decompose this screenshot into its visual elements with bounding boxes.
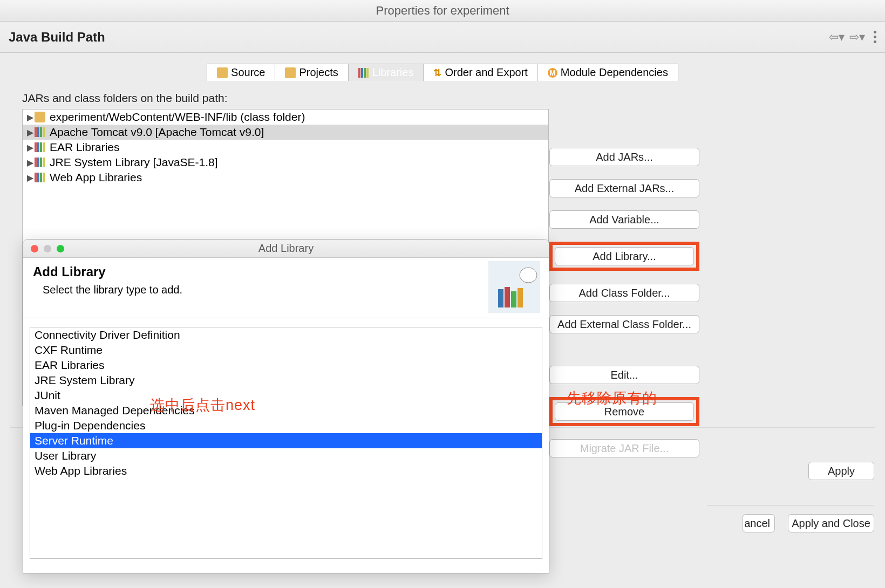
svg-rect-1 — [498, 289, 503, 307]
module-icon: M — [548, 68, 557, 78]
view-menu-icon[interactable] — [874, 31, 876, 43]
tree-row-label: experiment/WebContent/WEB-INF/lib (class… — [50, 111, 305, 124]
tree-row[interactable]: ▶Web App Libraries — [23, 170, 548, 185]
tab-module-dependencies[interactable]: M Module Dependencies — [538, 64, 678, 81]
highlight-add-library: Add Library... — [549, 242, 699, 271]
books-icon — [358, 68, 369, 78]
disclosure-triangle-icon[interactable]: ▶ — [27, 127, 35, 138]
dialog-heading: Add Library — [33, 264, 539, 279]
annotation-remove-first: 先移除原有的 — [567, 388, 657, 408]
books-icon — [35, 172, 47, 183]
library-type-option[interactable]: Connectivity Driver Definition — [30, 327, 542, 343]
tab-label: Projects — [299, 66, 338, 79]
window-title: Properties for experiment — [376, 4, 509, 17]
library-type-option[interactable]: User Library — [30, 448, 542, 463]
tree-row-label: Apache Tomcat v9.0 [Apache Tomcat v9.0] — [50, 126, 264, 139]
library-type-option[interactable]: EAR Libraries — [30, 358, 542, 373]
cancel-button[interactable]: ancel — [743, 514, 775, 532]
edit-button[interactable]: Edit... — [549, 366, 699, 384]
folder-icon — [35, 112, 47, 122]
dialog-titlebar[interactable]: Add Library — [23, 240, 549, 258]
tree-row[interactable]: ▶JRE System Library [JavaSE-1.8] — [23, 155, 548, 170]
apply-close-button[interactable]: Apply and Close — [788, 514, 874, 532]
tree-row-label: EAR Libraries — [50, 141, 120, 154]
panel-hint: JARs and class folders on the build path… — [22, 92, 863, 105]
apply-button[interactable]: Apply — [808, 462, 874, 480]
disclosure-triangle-icon[interactable]: ▶ — [27, 112, 35, 122]
tree-row[interactable]: ▶EAR Libraries — [23, 140, 548, 155]
tab-label: Libraries — [372, 66, 414, 79]
tree-row[interactable]: ▶experiment/WebContent/WEB-INF/lib (clas… — [23, 110, 548, 125]
add-external-jars-button[interactable]: Add External JARs... — [549, 179, 699, 197]
tree-row-label: Web App Libraries — [50, 171, 142, 184]
projects-icon — [285, 67, 296, 78]
library-type-option[interactable]: Server Runtime — [30, 433, 542, 448]
tab-source[interactable]: Source — [207, 64, 275, 81]
library-type-option[interactable]: Plug-in Dependencies — [30, 418, 542, 433]
library-type-option[interactable]: JUnit — [30, 388, 542, 403]
dialog-subheading: Select the library type to add. — [33, 284, 539, 296]
add-jars-button[interactable]: Add JARs... — [549, 148, 699, 166]
add-external-class-folder-button[interactable]: Add External Class Folder... — [549, 315, 699, 333]
disclosure-triangle-icon[interactable]: ▶ — [27, 142, 35, 153]
minimize-icon — [44, 245, 51, 252]
side-buttons: Add JARs... Add External JARs... Add Var… — [549, 148, 699, 457]
page-title-bar: Java Build Path ⇦▾ ⇨▾ — [0, 22, 885, 53]
library-type-option[interactable]: JRE System Library — [30, 373, 542, 388]
library-type-option[interactable]: Web App Libraries — [30, 463, 542, 478]
add-library-dialog: Add Library Add Library Select the libra… — [23, 239, 549, 573]
close-icon[interactable] — [31, 245, 38, 252]
dialog-header: Add Library Select the library type to a… — [23, 258, 549, 318]
folder-icon — [217, 67, 228, 78]
page-title: Java Build Path — [9, 30, 826, 45]
tree-row-label: JRE System Library [JavaSE-1.8] — [50, 156, 218, 169]
disclosure-triangle-icon[interactable]: ▶ — [27, 173, 35, 183]
zoom-icon[interactable] — [57, 245, 64, 252]
disclosure-triangle-icon[interactable]: ▶ — [27, 158, 35, 168]
books-icon — [35, 142, 47, 153]
svg-rect-3 — [511, 291, 516, 307]
footer-buttons: ancel Apply and Close — [707, 505, 874, 532]
tab-order-export[interactable]: ⇅ Order and Export — [424, 64, 537, 81]
library-type-list[interactable]: Connectivity Driver DefinitionCXF Runtim… — [30, 327, 542, 559]
tab-label: Source — [231, 66, 265, 79]
wizard-library-icon — [488, 261, 540, 313]
add-variable-button[interactable]: Add Variable... — [549, 210, 699, 229]
add-library-button[interactable]: Add Library... — [555, 247, 694, 265]
migrate-jar-button: Migrate JAR File... — [549, 439, 699, 457]
library-type-option[interactable]: CXF Runtime — [30, 343, 542, 358]
svg-rect-2 — [505, 287, 510, 307]
bottom-buttons: Apply — [808, 462, 874, 480]
tabbar: Source Projects Libraries ⇅ Order and Ex… — [10, 63, 875, 82]
forward-arrow-icon[interactable]: ⇨▾ — [847, 30, 867, 45]
annotation-select-next: 选中后点击next — [150, 395, 255, 415]
tab-libraries[interactable]: Libraries — [349, 64, 424, 81]
dialog-title: Add Library — [23, 242, 549, 255]
back-arrow-icon[interactable]: ⇦▾ — [826, 30, 847, 45]
books-icon — [35, 157, 47, 168]
window-titlebar: Properties for experiment — [0, 0, 885, 22]
window-controls — [23, 245, 64, 252]
tree-row[interactable]: ▶Apache Tomcat v9.0 [Apache Tomcat v9.0] — [23, 125, 548, 140]
tab-projects[interactable]: Projects — [275, 64, 348, 81]
content-area: Source Projects Libraries ⇅ Order and Ex… — [0, 53, 885, 588]
library-type-option[interactable]: Maven Managed Dependencies — [30, 403, 542, 418]
tab-label: Order and Export — [445, 66, 527, 79]
svg-rect-4 — [518, 288, 523, 307]
tab-label: Module Dependencies — [561, 66, 668, 79]
books-icon — [35, 127, 47, 138]
svg-point-5 — [520, 268, 537, 283]
add-class-folder-button[interactable]: Add Class Folder... — [549, 284, 699, 302]
order-export-icon: ⇅ — [433, 67, 441, 79]
